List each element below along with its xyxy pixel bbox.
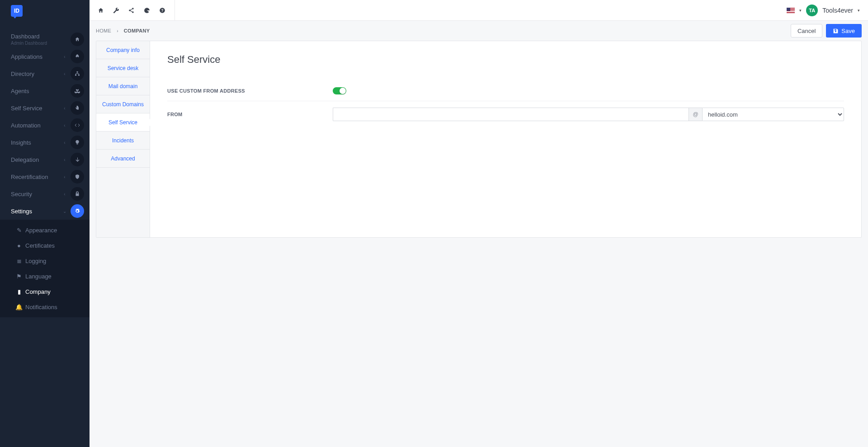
chevron-left-icon: ‹ <box>61 123 68 128</box>
from-input-group: @ helloid.com <box>333 108 844 121</box>
sidebar-item-label: Recertification <box>11 174 61 180</box>
code-icon <box>71 118 84 132</box>
share-icon[interactable] <box>128 7 135 14</box>
logo-icon[interactable]: ID <box>11 5 23 17</box>
topbar: ? ▾ TA Tools4ever ▾ <box>90 0 868 21</box>
sidebar-item-insights[interactable]: Insights ‹ <box>0 134 90 151</box>
svg-text:?: ? <box>161 8 164 12</box>
lock-icon <box>71 187 84 201</box>
at-icon: @ <box>689 108 702 121</box>
save-button-label: Save <box>841 28 855 34</box>
tab-company-info[interactable]: Company info <box>96 41 150 59</box>
sidebar-item-agents[interactable]: Agents <box>0 82 90 99</box>
topbar-icons: ? <box>98 0 175 20</box>
sidebar-item-recertification[interactable]: Recertification ‹ <box>0 168 90 185</box>
use-custom-label: USE CUSTOM FROM ADDRESS <box>167 88 333 94</box>
avatar[interactable]: TA <box>806 5 818 16</box>
tab-self-service[interactable]: Self Service <box>96 113 150 132</box>
pie-chart-icon[interactable] <box>144 7 150 14</box>
subnav-language[interactable]: ⚑Language <box>0 268 90 284</box>
language-icon: ⚑ <box>16 273 22 280</box>
save-button[interactable]: Save <box>826 24 862 38</box>
chevron-down-icon: ⌄ <box>61 209 68 214</box>
breadcrumb-current: COMPANY <box>124 28 150 33</box>
subnav-certificates[interactable]: ●Certificates <box>0 238 90 253</box>
sidebar-item-label: Automation <box>11 122 61 129</box>
sidebar-item-label: Delegation <box>11 156 61 163</box>
list-icon: ≣ <box>16 258 22 264</box>
save-icon <box>833 28 839 34</box>
chevron-left-icon: ‹ <box>61 174 68 179</box>
sidebar-item-automation[interactable]: Automation ‹ <box>0 117 90 134</box>
sidebar-item-label: Directory <box>11 71 61 77</box>
sidebar-item-label: Settings <box>11 208 61 215</box>
tab-advanced[interactable]: Advanced <box>96 150 150 168</box>
sidebar-item-subtitle: Admin Dashboard <box>11 41 71 46</box>
tab-custom-domains[interactable]: Custom Domains <box>96 95 150 113</box>
content: Company info Service desk Mail domain Cu… <box>90 41 868 447</box>
page-title: Self Service <box>167 54 844 66</box>
sidebar-item-dashboard[interactable]: Dashboard Admin Dashboard <box>0 31 90 48</box>
svg-rect-2 <box>78 75 80 76</box>
flag-icon[interactable] <box>787 8 795 13</box>
gear-icon <box>71 204 84 218</box>
page-actions: Cancel Save <box>791 24 862 38</box>
tab-incidents[interactable]: Incidents <box>96 132 150 150</box>
language-caret-icon[interactable]: ▾ <box>799 8 802 13</box>
sidebar-item-self-service[interactable]: Self Service ‹ <box>0 99 90 117</box>
chevron-left-icon: ‹ <box>61 140 68 145</box>
cancel-button[interactable]: Cancel <box>791 24 822 38</box>
rocket-icon <box>71 50 84 63</box>
logo-container: ID <box>0 0 90 22</box>
sidebar-item-applications[interactable]: Applications ‹ <box>0 48 90 65</box>
brush-icon: ✎ <box>16 227 22 234</box>
wrench-icon[interactable] <box>113 7 119 14</box>
svg-rect-1 <box>75 75 76 76</box>
chevron-right-icon: › <box>117 28 118 33</box>
username-label[interactable]: Tools4ever <box>822 7 853 14</box>
sidebar-item-label: Dashboard <box>11 33 71 40</box>
tab-service-desk[interactable]: Service desk <box>96 59 150 77</box>
subnav-logging[interactable]: ≣Logging <box>0 253 90 268</box>
from-input[interactable] <box>333 108 689 121</box>
sidebar-item-delegation[interactable]: Delegation ‹ <box>0 151 90 168</box>
sidebar-item-security[interactable]: Security ‹ <box>0 185 90 202</box>
svg-rect-0 <box>77 71 78 73</box>
subnav-notifications[interactable]: 🔔Notifications <box>0 299 90 315</box>
pane: Self Service USE CUSTOM FROM ADDRESS FRO… <box>150 41 861 237</box>
home-icon[interactable] <box>98 7 104 14</box>
sidebar-item-settings[interactable]: Settings ⌄ <box>0 202 90 220</box>
arrow-down-icon <box>71 153 84 166</box>
settings-subnav: ✎Appearance ●Certificates ≣Logging ⚑Lang… <box>0 220 90 317</box>
cubes-icon <box>71 84 84 98</box>
chevron-left-icon: ‹ <box>61 157 68 162</box>
chevron-left-icon: ‹ <box>61 192 68 197</box>
sitemap-icon <box>71 67 84 80</box>
main-area: ? ▾ TA Tools4ever ▾ HOME › COMPANY Cance… <box>90 0 868 447</box>
from-label: FROM <box>167 112 333 117</box>
chevron-left-icon: ‹ <box>61 106 68 111</box>
main-nav: Dashboard Admin Dashboard Applications ‹… <box>0 22 90 317</box>
sidebar: ID Dashboard Admin Dashboard Application… <box>0 0 90 447</box>
house-icon <box>71 33 84 46</box>
user-caret-icon[interactable]: ▾ <box>858 8 860 13</box>
use-custom-toggle[interactable] <box>333 87 346 94</box>
breadcrumb: HOME › COMPANY <box>96 28 150 33</box>
vertical-tabs: Company info Service desk Mail domain Cu… <box>96 41 150 237</box>
sidebar-item-label: Security <box>11 191 61 198</box>
chevron-left-icon: ‹ <box>61 71 68 76</box>
building-icon: ▮ <box>16 288 22 295</box>
bell-icon: 🔔 <box>16 304 22 311</box>
breadcrumb-bar: HOME › COMPANY Cancel Save <box>90 21 868 41</box>
sidebar-item-label: Agents <box>11 88 61 94</box>
help-icon[interactable]: ? <box>159 7 165 14</box>
domain-select[interactable]: helloid.com <box>702 108 844 121</box>
bulb-icon <box>71 136 84 149</box>
breadcrumb-home[interactable]: HOME <box>96 28 111 33</box>
sidebar-item-directory[interactable]: Directory ‹ <box>0 65 90 82</box>
dot-icon: ● <box>16 242 22 249</box>
subnav-appearance[interactable]: ✎Appearance <box>0 222 90 238</box>
tab-mail-domain[interactable]: Mail domain <box>96 77 150 95</box>
hand-icon <box>71 101 84 115</box>
subnav-company[interactable]: ▮Company <box>0 284 90 299</box>
